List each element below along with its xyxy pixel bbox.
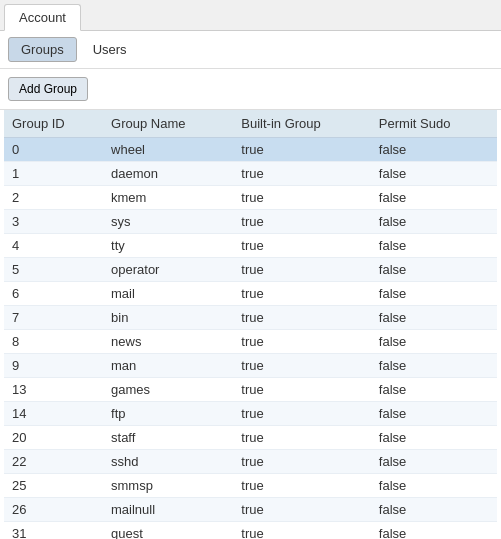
add-group-button[interactable]: Add Group bbox=[8, 77, 88, 101]
cell-group_name: games bbox=[103, 378, 233, 402]
table-row[interactable]: 26mailnulltruefalse bbox=[4, 498, 497, 522]
cell-group_name: wheel bbox=[103, 138, 233, 162]
table-row[interactable]: 0wheeltruefalse bbox=[4, 138, 497, 162]
cell-builtin: true bbox=[233, 282, 371, 306]
cell-permit_sudo: false bbox=[371, 498, 497, 522]
cell-builtin: true bbox=[233, 138, 371, 162]
cell-permit_sudo: false bbox=[371, 330, 497, 354]
cell-builtin: true bbox=[233, 330, 371, 354]
cell-group_id: 13 bbox=[4, 378, 103, 402]
table-row[interactable]: 1daemontruefalse bbox=[4, 162, 497, 186]
table-body: 0wheeltruefalse1daemontruefalse2kmemtrue… bbox=[4, 138, 497, 540]
cell-group_name: man bbox=[103, 354, 233, 378]
groups-table: Group ID Group Name Built-in Group Permi… bbox=[4, 110, 497, 539]
cell-group_name: staff bbox=[103, 426, 233, 450]
cell-group_id: 3 bbox=[4, 210, 103, 234]
cell-group_id: 14 bbox=[4, 402, 103, 426]
table-row[interactable]: 4ttytruefalse bbox=[4, 234, 497, 258]
cell-permit_sudo: false bbox=[371, 138, 497, 162]
cell-permit_sudo: false bbox=[371, 234, 497, 258]
cell-group_name: smmsp bbox=[103, 474, 233, 498]
cell-group_name: ftp bbox=[103, 402, 233, 426]
cell-builtin: true bbox=[233, 162, 371, 186]
cell-builtin: true bbox=[233, 210, 371, 234]
cell-group_name: kmem bbox=[103, 186, 233, 210]
cell-group_id: 5 bbox=[4, 258, 103, 282]
col-header-builtin: Built-in Group bbox=[233, 110, 371, 138]
cell-group_id: 26 bbox=[4, 498, 103, 522]
cell-group_id: 8 bbox=[4, 330, 103, 354]
cell-group_name: news bbox=[103, 330, 233, 354]
col-header-permit-sudo: Permit Sudo bbox=[371, 110, 497, 138]
cell-permit_sudo: false bbox=[371, 402, 497, 426]
table-header: Group ID Group Name Built-in Group Permi… bbox=[4, 110, 497, 138]
cell-group_id: 6 bbox=[4, 282, 103, 306]
cell-builtin: true bbox=[233, 258, 371, 282]
groups-table-container: Group ID Group Name Built-in Group Permi… bbox=[0, 110, 501, 539]
action-bar: Add Group bbox=[0, 69, 501, 110]
cell-group_id: 9 bbox=[4, 354, 103, 378]
cell-permit_sudo: false bbox=[371, 306, 497, 330]
cell-builtin: true bbox=[233, 450, 371, 474]
table-row[interactable]: 13gamestruefalse bbox=[4, 378, 497, 402]
tab-account[interactable]: Account bbox=[4, 4, 81, 31]
cell-permit_sudo: false bbox=[371, 450, 497, 474]
table-row[interactable]: 5operatortruefalse bbox=[4, 258, 497, 282]
cell-permit_sudo: false bbox=[371, 522, 497, 540]
cell-permit_sudo: false bbox=[371, 354, 497, 378]
cell-builtin: true bbox=[233, 306, 371, 330]
cell-group_name: daemon bbox=[103, 162, 233, 186]
table-row[interactable]: 9mantruefalse bbox=[4, 354, 497, 378]
cell-builtin: true bbox=[233, 234, 371, 258]
table-row[interactable]: 22sshdtruefalse bbox=[4, 450, 497, 474]
cell-group_name: sshd bbox=[103, 450, 233, 474]
cell-permit_sudo: false bbox=[371, 186, 497, 210]
tab-users[interactable]: Users bbox=[85, 38, 135, 61]
cell-group_name: sys bbox=[103, 210, 233, 234]
table-row[interactable]: 6mailtruefalse bbox=[4, 282, 497, 306]
cell-group_id: 31 bbox=[4, 522, 103, 540]
table-row[interactable]: 14ftptruefalse bbox=[4, 402, 497, 426]
col-header-group-id: Group ID bbox=[4, 110, 103, 138]
cell-permit_sudo: false bbox=[371, 162, 497, 186]
cell-permit_sudo: false bbox=[371, 282, 497, 306]
cell-permit_sudo: false bbox=[371, 474, 497, 498]
cell-group_id: 0 bbox=[4, 138, 103, 162]
cell-group_id: 7 bbox=[4, 306, 103, 330]
cell-group_id: 1 bbox=[4, 162, 103, 186]
table-row[interactable]: 3systruefalse bbox=[4, 210, 497, 234]
cell-builtin: true bbox=[233, 426, 371, 450]
table-row[interactable]: 31guesttruefalse bbox=[4, 522, 497, 540]
cell-permit_sudo: false bbox=[371, 258, 497, 282]
cell-group_id: 4 bbox=[4, 234, 103, 258]
table-row[interactable]: 8newstruefalse bbox=[4, 330, 497, 354]
table-row[interactable]: 2kmemtruefalse bbox=[4, 186, 497, 210]
col-header-group-name: Group Name bbox=[103, 110, 233, 138]
table-row[interactable]: 7bintruefalse bbox=[4, 306, 497, 330]
cell-group_id: 2 bbox=[4, 186, 103, 210]
cell-builtin: true bbox=[233, 378, 371, 402]
cell-builtin: true bbox=[233, 498, 371, 522]
table-row[interactable]: 20stafftruefalse bbox=[4, 426, 497, 450]
cell-group_name: mail bbox=[103, 282, 233, 306]
cell-builtin: true bbox=[233, 186, 371, 210]
cell-permit_sudo: false bbox=[371, 378, 497, 402]
cell-group_name: guest bbox=[103, 522, 233, 540]
cell-group_name: bin bbox=[103, 306, 233, 330]
sub-tab-bar: Groups Users bbox=[0, 31, 501, 69]
cell-builtin: true bbox=[233, 474, 371, 498]
cell-group_name: operator bbox=[103, 258, 233, 282]
table-row[interactable]: 25smmsptruefalse bbox=[4, 474, 497, 498]
cell-permit_sudo: false bbox=[371, 426, 497, 450]
cell-group_name: mailnull bbox=[103, 498, 233, 522]
cell-group_name: tty bbox=[103, 234, 233, 258]
cell-group_id: 22 bbox=[4, 450, 103, 474]
cell-builtin: true bbox=[233, 522, 371, 540]
cell-group_id: 20 bbox=[4, 426, 103, 450]
cell-builtin: true bbox=[233, 402, 371, 426]
cell-group_id: 25 bbox=[4, 474, 103, 498]
tab-bar: Account bbox=[0, 0, 501, 31]
cell-builtin: true bbox=[233, 354, 371, 378]
cell-permit_sudo: false bbox=[371, 210, 497, 234]
tab-groups[interactable]: Groups bbox=[8, 37, 77, 62]
